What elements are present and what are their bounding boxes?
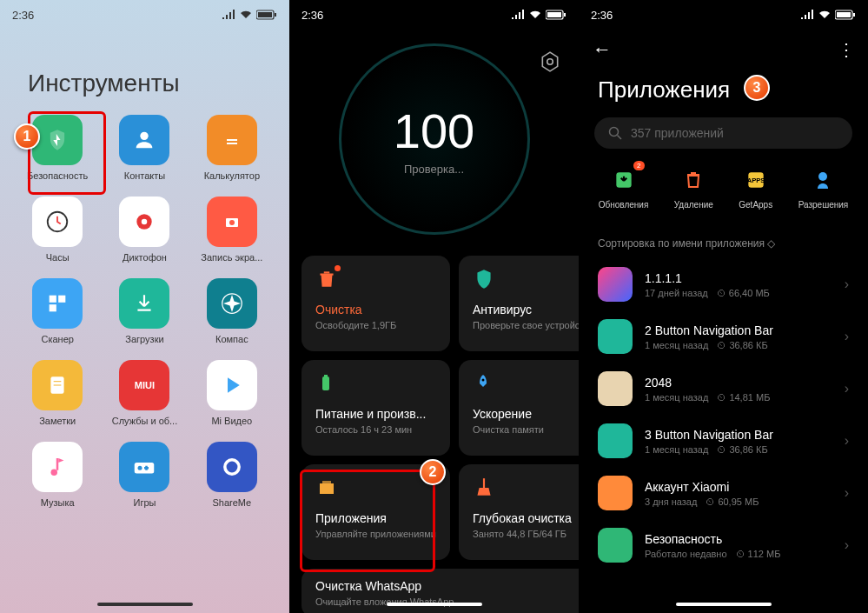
app-label: Компас xyxy=(215,334,248,344)
app-item-7[interactable]: Загрузки xyxy=(104,278,184,344)
action-label: Обновления xyxy=(599,200,649,210)
svg-rect-33 xyxy=(483,478,485,488)
tile-title: Питание и произв... xyxy=(315,407,436,421)
list-item[interactable]: 20481 месяц назад⏲ 14,81 МБ› xyxy=(598,363,849,415)
perm-icon xyxy=(809,166,837,194)
app-icon: MIUI xyxy=(119,360,169,410)
app-label: ShareMe xyxy=(213,497,252,508)
status-bar: 2:36 xyxy=(579,0,868,26)
app-item-3[interactable]: Часы xyxy=(17,197,97,263)
search-input[interactable]: 357 приложений xyxy=(594,117,852,149)
list-item[interactable]: 1.1.1.117 дней назад⏲ 66,40 МБ› xyxy=(598,258,849,310)
app-name: 1.1.1.1 xyxy=(645,271,832,285)
tile-battery[interactable]: Питание и произв...Осталось 16 ч 23 мин xyxy=(301,360,450,456)
app-item-11[interactable]: Mi Видео xyxy=(192,360,272,426)
tile-title: Антивирус xyxy=(473,303,579,316)
back-button[interactable]: ← xyxy=(593,38,612,61)
list-item[interactable]: БезопасностьРаботало недавно⏲ 112 МБ› xyxy=(598,519,849,571)
nav-bar xyxy=(676,603,772,606)
app-item-1[interactable]: Контакты xyxy=(104,115,184,181)
signal-icon xyxy=(511,10,525,20)
sort-icon: ◇ xyxy=(767,237,775,250)
app-label: Контакты xyxy=(124,170,166,181)
svg-rect-4 xyxy=(227,139,237,141)
action-getapps[interactable]: APPSGetApps xyxy=(739,166,772,210)
list-body: БезопасностьРаботало недавно⏲ 112 МБ xyxy=(645,532,832,559)
tile-subtitle: Осталось 16 ч 23 мин xyxy=(315,424,436,435)
sort-selector[interactable]: Сортировка по имени приложения ◇ xyxy=(579,230,868,258)
wifi-icon xyxy=(239,10,253,20)
app-item-14[interactable]: ShareMe xyxy=(192,442,272,508)
status-bar: 2:36 xyxy=(0,0,289,26)
tile-rocket[interactable]: УскорениеОчистка памяти xyxy=(459,360,579,456)
app-meta: 1 месяц назад⏲ 36,86 КБ xyxy=(645,340,832,350)
list-body: 1.1.1.117 дней назад⏲ 66,40 МБ xyxy=(645,271,832,298)
battery-icon xyxy=(315,372,338,395)
score-ring[interactable]: 100 Проверка... xyxy=(339,43,530,235)
action-trash[interactable]: Удаление xyxy=(674,166,713,210)
svg-rect-2 xyxy=(275,13,276,17)
app-name: 2 Button Navigation Bar xyxy=(645,323,832,337)
score-status: Проверка... xyxy=(404,163,464,176)
action-update[interactable]: 2Обновления xyxy=(599,166,649,210)
list-body: 20481 месяц назад⏲ 14,81 МБ xyxy=(645,376,832,403)
svg-rect-41 xyxy=(691,172,696,174)
app-item-9[interactable]: Заметки xyxy=(17,360,97,426)
chevron-right-icon: › xyxy=(845,485,849,501)
action-row: 2ОбновленияУдалениеAPPSGetAppsРазрешения xyxy=(579,166,868,230)
svg-text:APPS: APPS xyxy=(746,177,765,184)
header: ← ⋮ xyxy=(579,26,868,64)
svg-point-27 xyxy=(547,59,553,65)
app-icon xyxy=(32,278,83,329)
marker-1: 1 xyxy=(14,123,40,150)
tile-broom[interactable]: Глубокая очисткаЗанято 44,8 ГБ/64 ГБ xyxy=(459,464,579,560)
app-label: Запись экра... xyxy=(201,252,262,263)
svg-rect-26 xyxy=(564,13,566,17)
svg-rect-19 xyxy=(56,458,59,470)
action-perm[interactable]: Разрешения xyxy=(798,166,849,210)
app-item-4[interactable]: Диктофон xyxy=(104,197,184,263)
menu-button[interactable]: ⋮ xyxy=(838,39,854,60)
list-body: Аккаунт Xiaomi3 дня назад⏲ 60,95 МБ xyxy=(645,480,832,507)
app-item-13[interactable]: Игры xyxy=(104,442,184,508)
nav-bar xyxy=(97,603,193,606)
tile-subtitle: Занято 44,8 ГБ/64 ГБ xyxy=(473,529,579,539)
search-icon xyxy=(608,126,622,140)
tile-whatsapp-clean[interactable]: Очистка WhatsAppОчищайте вложения WhatsA… xyxy=(301,569,579,613)
home-folder-screen: 2:36 Инструменты БезопасностьКонтактыКал… xyxy=(0,0,289,613)
list-item[interactable]: Аккаунт Xiaomi3 дня назад⏲ 60,95 МБ› xyxy=(598,467,849,519)
battery-icon xyxy=(256,10,277,20)
tile-shield[interactable]: АнтивирусПроверьте свое устройство xyxy=(459,256,579,351)
app-item-6[interactable]: Сканер xyxy=(17,278,97,344)
clock: 2:36 xyxy=(591,9,613,22)
svg-rect-36 xyxy=(853,13,855,17)
app-name: Аккаунт Xiaomi xyxy=(645,480,832,494)
tile-subtitle: Управляйте приложениями xyxy=(315,529,436,539)
list-item[interactable]: 3 Button Navigation Bar1 месяц назад⏲ 36… xyxy=(598,415,849,467)
action-label: Удаление xyxy=(674,200,713,210)
app-label: Калькулятор xyxy=(204,170,260,181)
app-label: Часы xyxy=(46,252,70,263)
app-item-2[interactable]: Калькулятор xyxy=(192,115,272,181)
chevron-right-icon: › xyxy=(845,277,849,292)
app-icon xyxy=(598,528,633,563)
app-meta: 3 дня назад⏲ 60,95 МБ xyxy=(645,496,832,507)
app-meta: 1 месяц назад⏲ 36,86 КБ xyxy=(645,444,832,455)
app-icon xyxy=(598,267,633,302)
tile-title: Глубокая очистка xyxy=(473,511,579,525)
app-item-8[interactable]: Компас xyxy=(192,278,272,344)
settings-icon[interactable] xyxy=(539,50,561,73)
status-bar: 2:36 xyxy=(289,0,579,26)
score-value: 100 xyxy=(394,103,474,159)
tile-trash[interactable]: ОчисткаОсвободите 1,9ГБ xyxy=(301,256,450,351)
app-item-5[interactable]: Запись экра... xyxy=(192,197,272,263)
app-item-12[interactable]: Музыка xyxy=(17,442,97,508)
list-item[interactable]: 2 Button Navigation Bar1 месяц назад⏲ 36… xyxy=(598,310,849,363)
app-item-10[interactable]: MIUIСлужбы и об... xyxy=(104,360,184,426)
status-icons xyxy=(800,10,856,20)
status-icons xyxy=(511,10,567,20)
tile-title: Ускорение xyxy=(473,407,579,421)
app-label: Заметки xyxy=(39,416,76,426)
app-icon xyxy=(207,360,257,410)
tile-subtitle: Проверьте свое устройство xyxy=(473,320,579,330)
